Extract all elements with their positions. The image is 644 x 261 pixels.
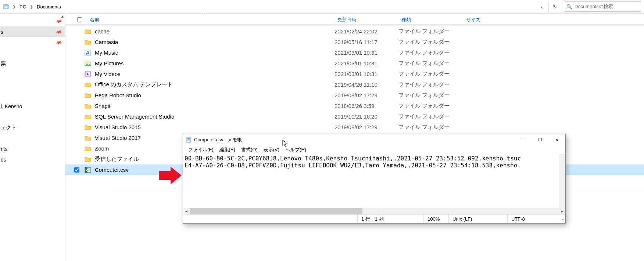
file-type: ファイル フォルダー: [398, 113, 463, 120]
svg-rect-8: [90, 72, 91, 77]
sidebar-item[interactable]: 📌: [0, 37, 65, 48]
file-type: ファイル フォルダー: [398, 28, 463, 35]
sidebar-item[interactable]: i, Kensho: [0, 101, 65, 112]
sidebar-item-label: s: [1, 29, 3, 35]
pin-icon: 📌: [55, 28, 62, 36]
minimize-button[interactable]: —: [515, 134, 532, 145]
file-row[interactable]: SQL Server Management Studio2019/10/21 1…: [65, 111, 644, 122]
column-header-size[interactable]: サイズ: [463, 17, 507, 23]
close-button[interactable]: ✕: [548, 134, 565, 145]
file-name: Visual Studio 2015: [95, 124, 141, 130]
maximize-button[interactable]: ☐: [532, 134, 548, 145]
sidebar-item[interactable]: [0, 133, 65, 144]
file-name: Snagit: [95, 103, 111, 109]
file-name: My Videos: [95, 71, 121, 77]
select-all-checkbox[interactable]: [77, 17, 82, 22]
sidebar-item-label: ds: [1, 157, 6, 163]
file-name: My Pictures: [95, 60, 124, 66]
sidebar-item[interactable]: ェクト: [0, 122, 65, 133]
sidebar: ▲ 📌s📌📌票i, Kenshoェクトntsds: [0, 14, 65, 261]
sidebar-item[interactable]: nts: [0, 144, 65, 154]
svg-rect-15: [89, 169, 90, 170]
resize-grip[interactable]: [559, 216, 565, 222]
file-row[interactable]: Visual Studio 20152019/08/02 17:29ファイル フ…: [65, 122, 644, 133]
file-row[interactable]: Snagit2018/06/26 3:59ファイル フォルダー: [65, 101, 644, 111]
menu-file[interactable]: ファイル(F): [185, 146, 217, 154]
row-checkbox[interactable]: [74, 167, 79, 173]
file-row[interactable]: Office のカスタム テンプレート2019/04/26 11:10ファイル …: [65, 79, 644, 90]
sidebar-item[interactable]: [0, 69, 65, 80]
sidebar-item[interactable]: 📌: [0, 16, 65, 26]
refresh-button[interactable]: ↻: [548, 1, 561, 12]
file-type: ファイル フォルダー: [398, 49, 463, 56]
notepad-icon: [186, 137, 192, 143]
menu-format[interactable]: 書式(O): [238, 146, 261, 154]
status-eol: Unix (LF): [448, 215, 507, 223]
sidebar-item-label: 票: [1, 61, 6, 67]
file-row[interactable]: My Videos2021/03/01 10:31ファイル フォルダー: [65, 69, 644, 79]
file-name: Office のカスタム テンプレート: [95, 81, 173, 88]
sidebar-item[interactable]: s📌: [0, 26, 65, 37]
videos-icon: [85, 71, 91, 77]
scroll-left-arrow[interactable]: ◄: [183, 208, 190, 214]
svg-marker-18: [159, 167, 182, 184]
file-row[interactable]: Pega Robot Studio2019/08/02 17:29ファイル フォ…: [65, 90, 644, 101]
sidebar-item[interactable]: [0, 80, 65, 90]
pin-icon: 📌: [55, 18, 62, 25]
notepad-menubar: ファイル(F) 編集(E) 書式(O) 表示(V) ヘルプ(H): [183, 145, 565, 154]
search-input[interactable]: 🔍 Documentsの検索: [564, 1, 641, 12]
scroll-right-arrow[interactable]: ►: [559, 208, 565, 214]
scrollbar-thumb[interactable]: [190, 208, 362, 214]
sidebar-item[interactable]: [0, 48, 65, 58]
sidebar-item-label: i, Kensho: [1, 104, 22, 109]
horizontal-scrollbar[interactable]: ◄ ►: [183, 208, 565, 214]
file-row[interactable]: Camtasia2019/05/16 11:17ファイル フォルダー: [65, 37, 644, 47]
svg-rect-21: [187, 139, 190, 140]
address-bar: ❯ PC ❯ Documents ⌄ ↻ 🔍 Documentsの検索: [0, 0, 644, 14]
menu-edit[interactable]: 編集(E): [217, 146, 238, 154]
status-cursor: 1 行、1 列: [357, 215, 423, 223]
folder-icon: [85, 81, 91, 88]
address-dropdown[interactable]: ⌄: [536, 1, 548, 12]
file-date: 2019/08/02 17:29: [334, 92, 398, 98]
file-name: Camtasia: [95, 39, 118, 45]
sidebar-item[interactable]: [0, 112, 65, 122]
menu-view[interactable]: 表示(V): [261, 146, 282, 154]
file-date: 2019/10/21 16:20: [334, 113, 398, 120]
menu-help[interactable]: ヘルプ(H): [282, 146, 309, 154]
file-row[interactable]: My Pictures2021/03/01 10:31ファイル フォルダー: [65, 58, 644, 69]
folder-icon: [85, 39, 91, 46]
notepad-title: Computer.csv - メモ帳: [194, 137, 242, 143]
file-type: ファイル フォルダー: [398, 81, 463, 88]
sidebar-item[interactable]: ds: [0, 154, 65, 165]
breadcrumb-item[interactable]: Documents: [35, 1, 63, 12]
column-header-name[interactable]: 名前 ⌃: [65, 17, 334, 23]
svg-rect-14: [88, 169, 89, 170]
sidebar-item[interactable]: [0, 90, 65, 101]
file-date: 2021/02/24 22:02: [334, 28, 398, 35]
file-name: SQL Server Management Studio: [95, 113, 174, 120]
folder-icon: [85, 156, 91, 163]
folder-icon: [85, 103, 91, 109]
folder-icon: [85, 145, 91, 152]
file-row[interactable]: cache2021/02/24 22:02ファイル フォルダー: [65, 26, 644, 37]
sidebar-item[interactable]: 票: [0, 58, 65, 69]
svg-rect-2: [4, 7, 8, 7]
file-type: ファイル フォルダー: [398, 102, 463, 109]
status-encoding: UTF-8: [507, 215, 559, 223]
chevron-right-icon[interactable]: ❯: [28, 4, 35, 9]
column-header-type[interactable]: 種類: [398, 17, 463, 23]
folder-icon: [85, 124, 91, 131]
notepad-titlebar[interactable]: Computer.csv - メモ帳 — ☐ ✕: [183, 134, 565, 145]
file-name: Visual Studio 2017: [95, 135, 141, 141]
column-header-date[interactable]: 更新日時: [334, 17, 398, 23]
notepad-textarea[interactable]: 00-BB-60-80-5C-2C,PC0Y68J8,Lenovo T480s,…: [183, 154, 565, 208]
status-blank: [183, 215, 357, 223]
sort-indicator: ⌃: [203, 13, 206, 17]
svg-point-24: [562, 219, 563, 220]
file-row[interactable]: My Music2021/03/01 10:31ファイル フォルダー: [65, 47, 644, 58]
breadcrumb-item[interactable]: PC: [17, 1, 28, 12]
file-name: My Music: [95, 50, 118, 56]
chevron-right-icon[interactable]: ❯: [11, 4, 17, 9]
svg-point-28: [564, 221, 564, 221]
